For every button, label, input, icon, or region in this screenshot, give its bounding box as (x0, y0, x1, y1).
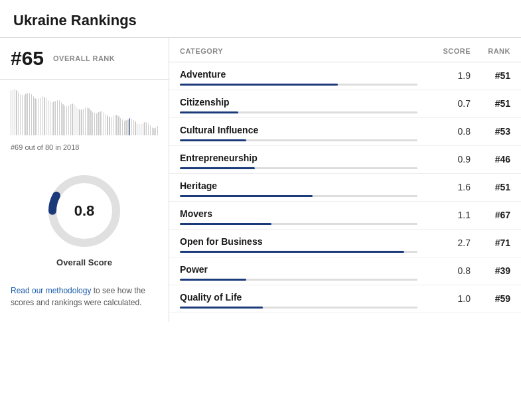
category-row: Heritage 1.6 #51 (169, 174, 521, 202)
cat-score: 0.8 (417, 264, 471, 281)
cat-progress-bar (180, 111, 417, 113)
cat-progress-bar (180, 251, 417, 253)
cat-rank: #46 (471, 153, 510, 169)
cat-score: 0.9 (417, 153, 471, 169)
cat-progress-fill (180, 307, 263, 309)
col-score: SCORE (417, 47, 471, 55)
cat-progress-bar (180, 195, 417, 197)
cat-progress-fill (180, 167, 255, 169)
left-panel: #65 OVERALL RANK #69 out of 80 in 2018 0… (0, 38, 169, 322)
cat-rank: #51 (471, 97, 510, 113)
cat-score: 2.7 (417, 236, 471, 253)
cat-name: Cultural Influence (180, 125, 417, 138)
category-row: Quality of Life 1.0 #59 (169, 285, 521, 313)
col-rank: RANK (471, 47, 510, 55)
cat-name-col: Power (180, 264, 417, 281)
cat-name-col: Heritage (180, 180, 417, 197)
cat-name-col: Adventure (180, 69, 417, 86)
cat-name: Quality of Life (180, 292, 417, 305)
category-row: Citizenship 0.7 #51 (169, 90, 521, 118)
cat-progress-bar (180, 167, 417, 169)
categories-list: Adventure 1.9 #51 Citizenship 0.7 #51 Cu… (169, 62, 521, 313)
cat-name: Movers (180, 208, 417, 222)
cat-rank: #67 (471, 208, 510, 225)
donut-center-value: 0.8 (74, 202, 95, 220)
cat-name-col: Movers (180, 208, 417, 225)
overall-rank-number: #65 (11, 47, 44, 70)
cat-name-col: Quality of Life (180, 292, 417, 309)
cat-name: Heritage (180, 180, 417, 194)
category-row: Adventure 1.9 #51 (169, 62, 521, 90)
cat-progress-fill (180, 279, 246, 281)
donut-chart: 0.8 (44, 171, 124, 251)
category-header: CATEGORY SCORE RANK (169, 38, 521, 62)
category-row: Movers 1.1 #67 (169, 202, 521, 230)
historical-bar-chart (11, 89, 158, 135)
cat-name: Citizenship (180, 97, 417, 110)
methodology-note: Read our methodology to see how the scor… (0, 274, 169, 309)
cat-progress-fill (180, 223, 271, 225)
cat-progress-fill (180, 84, 338, 86)
cat-score: 1.9 (417, 69, 471, 86)
cat-score: 0.7 (417, 97, 471, 113)
methodology-link[interactable]: Read our methodology (11, 286, 91, 295)
cat-rank: #53 (471, 125, 510, 141)
cat-score: 0.8 (417, 125, 471, 141)
cat-name: Power (180, 264, 417, 277)
bar-chart-area (0, 80, 169, 139)
category-row: Cultural Influence 0.8 #53 (169, 118, 521, 146)
category-row: Power 0.8 #39 (169, 257, 521, 285)
cat-rank: #51 (471, 180, 510, 197)
overall-score-label: Overall Score (56, 257, 112, 267)
cat-name-col: Citizenship (180, 97, 417, 113)
cat-name-col: Cultural Influence (180, 125, 417, 141)
cat-name-col: Entrepreneurship (180, 153, 417, 169)
cat-score: 1.6 (417, 180, 471, 197)
cat-progress-bar (180, 139, 417, 141)
cat-progress-fill (180, 139, 246, 141)
overall-rank-bar: #65 OVERALL RANK (0, 38, 169, 80)
cat-progress-fill (180, 251, 404, 253)
cat-score: 1.0 (417, 292, 471, 309)
rank-year-note: #69 out of 80 in 2018 (0, 139, 169, 158)
cat-progress-bar (180, 84, 417, 86)
cat-progress-bar (180, 279, 417, 281)
overall-rank-label: OVERALL RANK (53, 54, 115, 62)
cat-name-col: Open for Business (180, 236, 417, 253)
cat-name: Entrepreneurship (180, 153, 417, 166)
cat-progress-bar (180, 307, 417, 309)
cat-progress-fill (180, 195, 313, 197)
cat-score: 1.1 (417, 208, 471, 225)
right-panel: CATEGORY SCORE RANK Adventure 1.9 #51 Ci… (169, 38, 521, 322)
cat-rank: #39 (471, 264, 510, 281)
cat-rank: #59 (471, 292, 510, 309)
page-title: Ukraine Rankings (0, 0, 521, 37)
category-row: Open for Business 2.7 #71 (169, 230, 521, 257)
col-category: CATEGORY (180, 47, 417, 55)
category-row: Entrepreneurship 0.9 #46 (169, 146, 521, 174)
cat-rank: #71 (471, 236, 510, 253)
cat-progress-bar (180, 223, 417, 225)
cat-name: Open for Business (180, 236, 417, 249)
cat-progress-fill (180, 111, 238, 113)
overall-score-section: 0.8 Overall Score (0, 158, 169, 274)
cat-rank: #51 (471, 69, 510, 86)
cat-name: Adventure (180, 69, 417, 82)
